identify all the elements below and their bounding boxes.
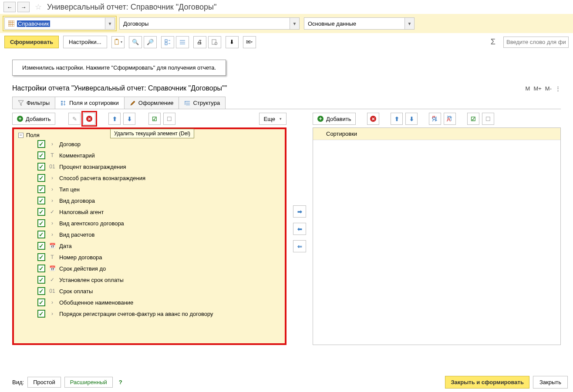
field-item[interactable]: ✓›Обобщенное наименование: [18, 297, 280, 308]
type-selector-dropdown[interactable]: ▼: [105, 18, 115, 29]
nav-forward-button[interactable]: →: [17, 2, 30, 12]
uncheck-all-icon: ☐: [167, 116, 172, 122]
field-item[interactable]: ✓›Вид расчетов: [18, 229, 280, 240]
field-checkbox[interactable]: ✓: [37, 140, 45, 148]
fields-uncheck-all-button[interactable]: ☐: [163, 113, 175, 125]
structure-icon: [184, 100, 190, 106]
email-button[interactable]: ✉▾: [243, 36, 256, 48]
view-simple-button[interactable]: Простой: [27, 377, 61, 388]
tab-structure[interactable]: Структура: [179, 97, 226, 109]
generate-button[interactable]: Сформировать: [4, 36, 59, 48]
object-selector-value: Договоры: [123, 20, 148, 27]
variant-selector-dropdown[interactable]: ▼: [404, 18, 414, 29]
mem-m-button[interactable]: M: [526, 85, 530, 92]
tab-filters[interactable]: Фильтры: [12, 97, 55, 109]
field-item[interactable]: ✓01Процент вознаграждения: [18, 161, 280, 172]
field-checkbox[interactable]: ✓: [37, 276, 45, 284]
nav-back-button[interactable]: ←: [3, 2, 16, 12]
more-menu-button[interactable]: ⋮: [555, 85, 561, 92]
settings-button[interactable]: Настройки...: [63, 36, 107, 48]
field-checkbox[interactable]: ✓: [37, 197, 45, 204]
sort-add-button[interactable]: + Добавить: [313, 113, 356, 125]
field-item[interactable]: ✓›Способ расчета вознаграждения: [18, 172, 280, 184]
field-checkbox[interactable]: ✓: [37, 242, 45, 250]
sort-move-down-button[interactable]: ⬇: [405, 113, 418, 125]
sort-check-all-button[interactable]: ☑: [467, 113, 479, 125]
sort-delete-button[interactable]: ✕: [367, 113, 379, 125]
field-type-icon: 01: [49, 288, 56, 294]
help-button[interactable]: ?: [119, 379, 122, 385]
close-button[interactable]: Закрыть: [533, 376, 568, 389]
sigma-icon[interactable]: Σ: [491, 37, 495, 47]
tab-appearance[interactable]: Оформление: [124, 97, 179, 109]
field-checkbox[interactable]: ✓: [37, 163, 45, 171]
fields-move-down-button[interactable]: ⬇: [123, 113, 135, 125]
print-preview-button[interactable]: [208, 36, 221, 48]
field-item[interactable]: ✓📅Срок действия до: [18, 263, 280, 274]
fields-tree[interactable]: − Поля ✓›Договор✓TКомментарий✓01Процент …: [12, 127, 286, 345]
type-selector[interactable]: Справочник ▼: [4, 17, 115, 30]
field-item[interactable]: ✓›Тип цен: [18, 184, 280, 195]
field-item[interactable]: ✓01Срок оплаты: [18, 285, 280, 297]
collapse-all-button[interactable]: [176, 36, 189, 48]
field-checkbox[interactable]: ✓: [37, 151, 45, 159]
field-checkbox[interactable]: ✓: [37, 310, 45, 318]
field-item[interactable]: ✓✓Установлен срок оплаты: [18, 274, 280, 285]
sort-tree[interactable]: Сортировки: [313, 127, 561, 345]
fields-delete-button[interactable]: ✕: [83, 113, 95, 125]
move-all-left-button[interactable]: ⇐: [293, 240, 306, 252]
field-checkbox[interactable]: ✓: [37, 174, 45, 182]
sort-uncheck-all-button[interactable]: ☐: [482, 113, 494, 125]
sort-asc-button[interactable]: АЯ: [429, 113, 441, 125]
move-right-button[interactable]: ➡: [293, 205, 306, 218]
expand-all-button[interactable]: [161, 36, 174, 48]
fields-move-up-button[interactable]: ⬆: [108, 113, 121, 125]
field-checkbox[interactable]: ✓: [37, 219, 45, 227]
field-checkbox[interactable]: ✓: [37, 208, 45, 216]
mem-mminus-button[interactable]: M-: [545, 85, 552, 92]
field-checkbox[interactable]: ✓: [37, 287, 45, 295]
field-checkbox[interactable]: ✓: [37, 298, 45, 306]
zoom-out-button[interactable]: 🔎: [144, 36, 157, 48]
field-item[interactable]: ✓›Вид договора: [18, 195, 280, 206]
move-left-button[interactable]: ⬅: [293, 223, 306, 235]
delete-tooltip: Удалить текущий элемент (Del): [110, 129, 194, 138]
tab-fields[interactable]: Поля и сортировки: [55, 97, 125, 109]
field-type-icon: T: [49, 254, 56, 260]
field-label: Обобщенное наименование: [59, 299, 133, 306]
svg-rect-6: [116, 39, 118, 40]
field-checkbox[interactable]: ✓: [37, 185, 45, 193]
field-item[interactable]: ✓✓Налоговый агент: [18, 206, 280, 218]
field-label: Вид расчетов: [59, 231, 94, 238]
sort-move-up-button[interactable]: ⬆: [391, 113, 403, 125]
object-selector-dropdown[interactable]: ▼: [290, 18, 299, 29]
view-advanced-button[interactable]: Расширенный: [64, 377, 113, 388]
field-item[interactable]: ✓TНомер договора: [18, 251, 280, 263]
field-label: Вид агентского договора: [59, 220, 124, 227]
save-button[interactable]: ⬇: [226, 36, 239, 48]
collapse-icon[interactable]: −: [18, 133, 24, 138]
field-item[interactable]: ✓›Договор: [18, 138, 280, 150]
paste-button[interactable]: ▾: [111, 36, 125, 48]
close-and-generate-button[interactable]: Закрыть и сформировать: [445, 376, 529, 389]
field-item[interactable]: ✓›Порядок регистрации счетов-фактур на а…: [18, 308, 280, 319]
field-checkbox[interactable]: ✓: [37, 265, 45, 272]
sort-desc-button[interactable]: ЯА: [444, 113, 456, 125]
object-selector[interactable]: Договоры ▼: [119, 17, 300, 30]
field-checkbox[interactable]: ✓: [37, 231, 45, 238]
variant-selector[interactable]: Основные данные ▼: [304, 17, 415, 30]
field-item[interactable]: ✓📅Дата: [18, 240, 280, 251]
print-button[interactable]: 🖨: [193, 36, 206, 48]
field-item[interactable]: ✓›Вид агентского договора: [18, 218, 280, 229]
fields-add-button[interactable]: + Добавить: [12, 113, 55, 125]
fields-check-all-button[interactable]: ☑: [148, 113, 161, 125]
fields-edit-button[interactable]: ✎: [68, 113, 81, 125]
field-checkbox[interactable]: ✓: [37, 253, 45, 261]
field-item[interactable]: ✓TКомментарий: [18, 150, 280, 161]
mem-mplus-button[interactable]: M+: [533, 85, 541, 92]
search-input[interactable]: [503, 37, 569, 48]
fields-more-button[interactable]: Еще▾: [259, 113, 286, 125]
zoom-in-button[interactable]: 🔍: [129, 36, 142, 48]
favorite-star-icon[interactable]: ☆: [35, 2, 42, 12]
type-selector-value: Справочник: [17, 20, 50, 27]
